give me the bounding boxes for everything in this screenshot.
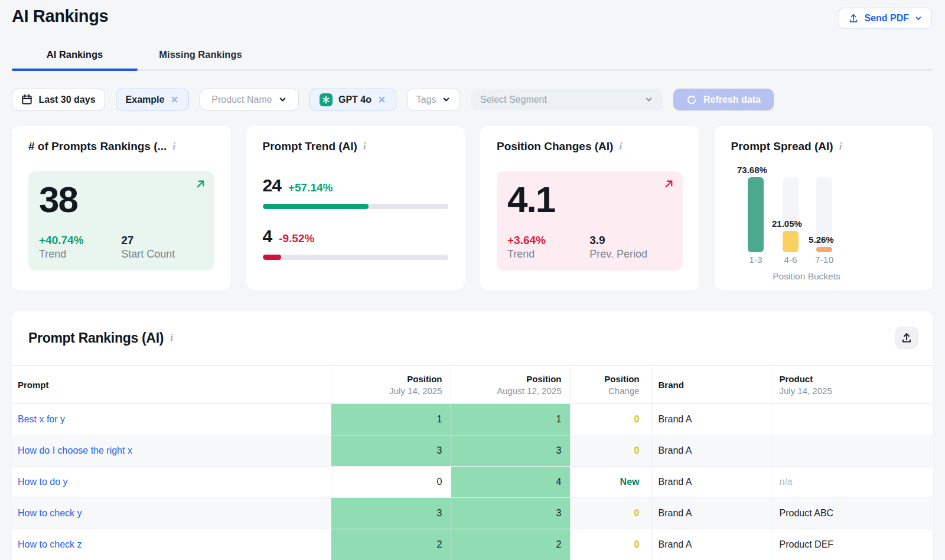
ai-rankings-dashboard: AI Rankings Send PDF AI Rankings Missing…	[0, 0, 945, 560]
position-cell: 1	[451, 404, 570, 435]
spread-bar-track	[748, 177, 764, 252]
chevron-down-icon	[644, 95, 653, 104]
page-title: AI Rankings	[12, 6, 108, 26]
trend-up-arrow-icon	[195, 179, 206, 189]
tags-label: Tags	[416, 95, 436, 105]
spread-bar-4-6	[783, 231, 799, 252]
prev-period-label: Prev. Period	[589, 248, 672, 261]
card-prompt-spread: Prompt Spread (AI) i Position Buckets 73…	[715, 126, 934, 291]
product-cell: n/a	[771, 467, 933, 498]
table-row: How do I choose the right x330Brand A	[12, 435, 933, 467]
tab-bar: AI Rankings Missing Rankings	[12, 40, 933, 71]
spread-bar-value: 21.05%	[772, 219, 802, 229]
position-cell: 3	[331, 435, 451, 467]
position-changes-highlight: 4.1 +3.64% Trend 3.9 Prev. Period	[497, 171, 683, 271]
stat-cards: # of Prompts Rankings (... i 38 +40.74% …	[12, 126, 933, 291]
trend-label: Trend	[39, 248, 121, 261]
refresh-data-button[interactable]: Refresh data	[673, 89, 774, 110]
prompt-link[interactable]: How do I choose the right x	[12, 435, 331, 467]
trend-down-bar	[263, 255, 449, 260]
start-count-label: Start Count	[121, 248, 203, 261]
info-icon: i	[172, 141, 175, 152]
card-title: Position Changes (AI)	[497, 140, 613, 153]
prompt-rankings-table: PromptPositionJuly 14, 2025PositionAugus…	[12, 365, 933, 560]
upload-icon	[848, 13, 859, 24]
spread-xlabel: Position Buckets	[773, 271, 840, 282]
spread-bar-1-3	[748, 177, 764, 252]
trend-up-value: 24	[263, 175, 281, 196]
position-change-cell: New	[570, 467, 651, 498]
spread-bar-value: 5.26%	[809, 235, 834, 245]
date-range-filter[interactable]: Last 30 days	[12, 89, 105, 110]
brand-cell: Brand A	[651, 404, 771, 435]
position-change-cell: 0	[570, 404, 651, 435]
chevron-down-icon	[914, 14, 923, 22]
send-pdf-label: Send PDF	[864, 13, 909, 24]
date-range-label: Last 30 days	[38, 95, 95, 105]
export-button[interactable]	[895, 327, 918, 349]
prompt-link[interactable]: How to check y	[12, 498, 331, 529]
prompt-link[interactable]: How to check z	[12, 529, 331, 560]
product-name-dropdown[interactable]: Product Name	[200, 89, 299, 110]
card-title: # of Prompts Rankings (...	[28, 140, 167, 153]
position-cell: 3	[451, 435, 570, 467]
close-icon[interactable]	[377, 95, 386, 104]
brand-cell: Brand A	[651, 467, 771, 498]
product-cell	[771, 435, 933, 467]
trend-up-bar	[263, 204, 449, 209]
table-row: How to do y04NewBrand An/a	[12, 467, 933, 498]
close-icon[interactable]	[170, 95, 179, 104]
column-header-prompt: Prompt	[12, 366, 331, 404]
column-header-brand: Brand	[651, 366, 771, 404]
prompts-rankings-value: 38	[39, 181, 204, 218]
tab-missing-rankings[interactable]: Missing Rankings	[138, 40, 263, 69]
product-name-label: Product Name	[211, 95, 272, 105]
openai-icon	[320, 93, 333, 106]
prompt-spread-chart: Position Buckets 73.68%1-321.05%4-65.26%…	[715, 126, 934, 291]
brand-cell: Brand A	[651, 498, 771, 529]
refresh-icon	[686, 95, 697, 105]
spread-bar-track	[783, 177, 799, 252]
info-icon: i	[363, 141, 366, 152]
product-cell: Product ABC	[771, 498, 933, 529]
info-icon: i	[619, 141, 622, 152]
position-change-cell: 0	[570, 498, 651, 529]
chevron-down-icon	[442, 95, 451, 104]
brand-cell: Brand A	[651, 435, 771, 467]
tab-ai-rankings[interactable]: AI Rankings	[12, 40, 138, 69]
table-row: Best x for y110Brand A	[12, 404, 933, 435]
position-cell: 3	[451, 498, 570, 529]
card-prompts-rankings: # of Prompts Rankings (... i 38 +40.74% …	[12, 126, 231, 291]
table-row: How to check y330Brand AProduct ABC	[12, 498, 933, 529]
position-changes-value: 4.1	[507, 181, 672, 218]
table-header-row: PromptPositionJuly 14, 2025PositionAugus…	[12, 366, 933, 404]
export-icon	[901, 332, 913, 344]
card-title: Prompt Trend (AI)	[263, 140, 357, 153]
prompts-rankings-highlight: 38 +40.74% Trend 27 Start Count	[28, 171, 214, 271]
example-chip-label: Example	[126, 95, 165, 105]
column-header-product-july-14-2025: ProductJuly 14, 2025	[771, 366, 933, 404]
tab-label: AI Rankings	[47, 49, 103, 60]
spread-bucket-label: 7-10	[801, 255, 848, 265]
product-cell: Product DEF	[771, 529, 933, 560]
send-pdf-button[interactable]: Send PDF	[839, 8, 932, 29]
prompt-link[interactable]: Best x for y	[12, 404, 331, 435]
tags-dropdown[interactable]: Tags	[407, 89, 460, 110]
segment-placeholder: Select Segment	[480, 95, 547, 105]
prompt-link[interactable]: How to do y	[12, 467, 331, 498]
model-chip-label: GPT 4o	[338, 95, 372, 105]
position-cell: 0	[331, 467, 451, 498]
position-cell: 2	[331, 529, 451, 560]
example-filter-chip[interactable]: Example	[116, 89, 189, 110]
card-position-changes: Position Changes (AI) i 4.1 +3.64% Trend…	[480, 126, 699, 291]
start-count-value: 27	[121, 234, 203, 247]
model-filter-chip[interactable]: GPT 4o	[309, 89, 396, 110]
product-cell	[771, 404, 933, 435]
trend-value: +40.74%	[39, 234, 121, 247]
segment-select[interactable]: Select Segment	[471, 89, 663, 110]
chevron-down-icon	[278, 95, 287, 104]
trend-label: Trend	[507, 248, 589, 261]
trend-value: +3.64%	[507, 234, 589, 247]
column-header-position-august-12-2025: PositionAugust 12, 2025	[451, 366, 570, 404]
refresh-label: Refresh data	[703, 95, 761, 105]
